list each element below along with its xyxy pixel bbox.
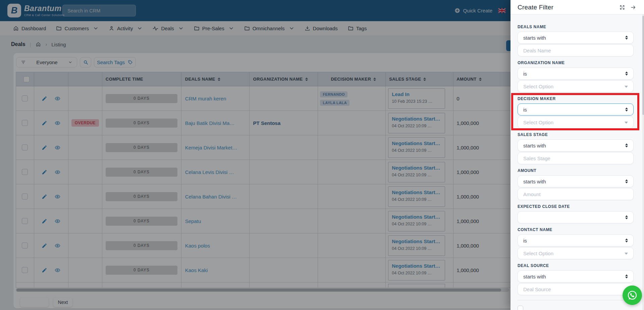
operator-select[interactable]: is <box>518 103 634 116</box>
filter-field-group: DECISION MAKER is Select Option <box>518 96 634 128</box>
filter-field-label: ORGANIZATION NAME <box>518 60 634 65</box>
operator-select[interactable]: is <box>518 68 634 80</box>
operator-value: starts with <box>523 143 546 148</box>
filter-field-group: DEALS NAME starts with <box>518 25 634 56</box>
whatsapp-icon <box>627 290 638 301</box>
filter-value-dropdown[interactable]: Select Option <box>518 247 634 259</box>
app-screen: B Barantum CRM & Call Center Solutions Q… <box>0 0 644 310</box>
caret-down-icon <box>625 253 628 255</box>
operator-value: is <box>523 71 527 77</box>
filter-value-input[interactable] <box>518 283 634 295</box>
panel-scrollbar-thumb[interactable] <box>642 16 644 115</box>
filter-field-label: DEAL SOURCE <box>518 263 634 268</box>
caret-down-icon <box>625 86 628 88</box>
filter-field-group: ORGANIZATION NAME is Select Option <box>518 60 634 92</box>
select-updown-icon <box>625 274 628 278</box>
filter-field-group: DEAL SOURCE starts with <box>518 263 634 295</box>
select-updown-icon <box>625 36 628 40</box>
operator-select[interactable]: starts with <box>518 32 634 44</box>
operator-value: is <box>523 107 527 113</box>
select-updown-icon <box>625 238 628 242</box>
filter-value-dropdown[interactable]: Select Option <box>518 80 634 92</box>
filter-value-dropdown[interactable]: Select Option <box>518 116 634 128</box>
close-arrow-icon[interactable] <box>630 4 636 10</box>
caret-down-icon <box>625 122 628 124</box>
operator-select[interactable]: starts with <box>518 175 634 187</box>
select-updown-icon <box>625 143 628 147</box>
filter-value-input[interactable] <box>518 188 634 200</box>
filter-field-label: AMOUNT <box>518 168 634 173</box>
filter-field-label: EXPECTED CLOSE DATE <box>518 204 634 209</box>
panel-bottom-checkbox[interactable] <box>518 306 523 310</box>
filter-field-label: SALES STAGE <box>518 132 634 137</box>
expand-icon[interactable] <box>619 4 625 10</box>
dropdown-placeholder: Select Option <box>523 120 553 125</box>
filter-fields: DEALS NAME starts with ORGANIZATION NAME… <box>518 25 634 295</box>
panel-scrollbar <box>642 14 644 310</box>
select-updown-icon <box>625 107 628 112</box>
operator-select[interactable]: is <box>518 234 634 247</box>
dropdown-placeholder: Select Option <box>523 84 553 89</box>
operator-value: starts with <box>523 179 546 184</box>
operator-select[interactable]: starts with <box>518 139 634 151</box>
panel-body: DEALS NAME starts with ORGANIZATION NAME… <box>511 14 644 310</box>
operator-value: is <box>523 238 527 243</box>
panel-divider <box>518 300 634 300</box>
filter-field-group: AMOUNT starts with <box>518 168 634 200</box>
operator-select[interactable]: starts with <box>518 270 634 282</box>
select-updown-icon <box>625 72 628 76</box>
filter-field-label: DECISION MAKER <box>518 96 634 101</box>
panel-header: Create Filter <box>511 0 644 14</box>
create-filter-panel: Create Filter DEALS NAME starts with ORG… <box>511 0 644 310</box>
select-updown-icon <box>625 215 628 219</box>
operator-value: starts with <box>523 35 546 41</box>
filter-field-label: CONTACT NAME <box>518 227 634 232</box>
filter-field-label: DEALS NAME <box>518 25 634 29</box>
filter-value-input[interactable] <box>518 44 634 56</box>
filter-field-group: EXPECTED CLOSE DATE <box>518 204 634 223</box>
whatsapp-button[interactable] <box>623 285 642 305</box>
filter-field-group: CONTACT NAME is Select Option <box>518 227 634 259</box>
filter-field-group: SALES STAGE starts with <box>518 132 634 164</box>
panel-title: Create Filter <box>518 4 553 11</box>
operator-select[interactable] <box>518 211 634 223</box>
dropdown-placeholder: Select Option <box>523 251 553 256</box>
operator-value: starts with <box>523 274 546 279</box>
select-updown-icon <box>625 179 628 183</box>
filter-value-input[interactable] <box>518 152 634 164</box>
